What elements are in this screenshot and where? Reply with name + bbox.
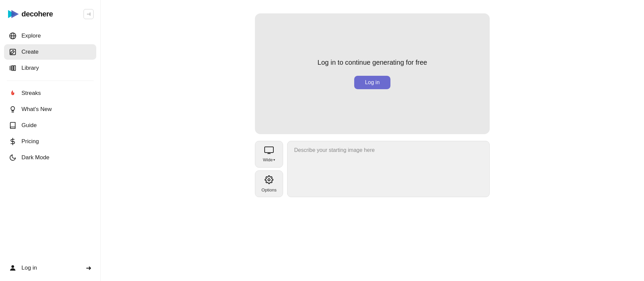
bulb-icon	[9, 105, 17, 113]
nav-divider	[7, 80, 94, 81]
login-arrow-icon: ➜	[86, 264, 92, 272]
globe-icon	[9, 32, 17, 40]
moon-icon	[9, 154, 17, 162]
sidebar-item-whats-new-label: What's New	[21, 106, 52, 113]
sidebar-item-whats-new[interactable]: What's New	[4, 102, 96, 117]
sidebar-item-library[interactable]: Library	[4, 60, 96, 76]
dollar-icon	[9, 137, 17, 146]
sidebar: decohere ⊣ Explore Create	[0, 0, 101, 281]
content-area: Log in to continue generating for free L…	[255, 13, 490, 197]
top-nav: Explore Create Library	[0, 28, 100, 76]
book-icon	[9, 121, 17, 129]
sidebar-item-guide[interactable]: Guide	[4, 118, 96, 133]
library-icon	[9, 64, 17, 72]
bottom-controls: Wide ▾ Options	[255, 141, 490, 197]
flame-icon	[9, 89, 17, 97]
bottom-nav: Streaks What's New Guide	[0, 86, 100, 165]
sidebar-login-section: Log in ➜	[0, 260, 100, 276]
sidebar-item-create-label: Create	[21, 49, 39, 55]
sidebar-item-pricing[interactable]: Pricing	[4, 134, 96, 149]
main-content: Log in to continue generating for free L…	[101, 0, 644, 281]
options-label: Options	[262, 187, 277, 192]
svg-rect-13	[265, 147, 273, 153]
sidebar-login-row[interactable]: Log in ➜	[4, 260, 96, 276]
person-icon	[9, 264, 17, 272]
sidebar-item-guide-label: Guide	[21, 122, 37, 129]
sidebar-item-explore-label: Explore	[21, 33, 41, 39]
monitor-icon	[264, 147, 274, 155]
login-label: Log in	[21, 265, 37, 271]
logo-row: decohere ⊣	[0, 5, 100, 28]
sidebar-item-streaks[interactable]: Streaks	[4, 86, 96, 101]
brand-logo-icon	[7, 8, 19, 20]
svg-point-16	[268, 178, 270, 181]
svg-marker-1	[11, 10, 19, 18]
pencil-icon	[9, 48, 17, 56]
sidebar-item-streaks-label: Streaks	[21, 90, 41, 97]
collapse-sidebar-button[interactable]: ⊣	[84, 9, 94, 19]
login-prompt-text: Log in to continue generating for free	[318, 59, 427, 66]
sidebar-item-create[interactable]: Create	[4, 44, 96, 60]
sidebar-item-library-label: Library	[21, 65, 39, 71]
sidebar-item-dark-mode-label: Dark Mode	[21, 154, 49, 161]
svg-point-12	[11, 265, 14, 268]
sidebar-item-pricing-label: Pricing	[21, 138, 39, 145]
collapse-icon: ⊣	[87, 11, 91, 17]
wide-label-text: Wide	[263, 157, 273, 162]
image-description-input[interactable]	[294, 147, 483, 191]
login-left: Log in	[9, 264, 37, 272]
sidebar-item-explore[interactable]: Explore	[4, 28, 96, 44]
svg-rect-9	[14, 66, 16, 71]
wide-button[interactable]: Wide ▾	[255, 141, 283, 168]
chevron-down-icon: ▾	[273, 158, 275, 162]
wide-label: Wide ▾	[263, 157, 275, 162]
login-prompt-box: Log in to continue generating for free L…	[255, 13, 490, 134]
login-prompt-button[interactable]: Log in	[354, 76, 390, 89]
text-input-area[interactable]	[287, 141, 490, 197]
sidebar-item-dark-mode[interactable]: Dark Mode	[4, 150, 96, 165]
options-button[interactable]: Options	[255, 170, 283, 197]
side-buttons: Wide ▾ Options	[255, 141, 283, 197]
svg-rect-8	[12, 66, 13, 71]
gear-icon	[265, 175, 273, 185]
brand-name: decohere	[21, 10, 53, 18]
